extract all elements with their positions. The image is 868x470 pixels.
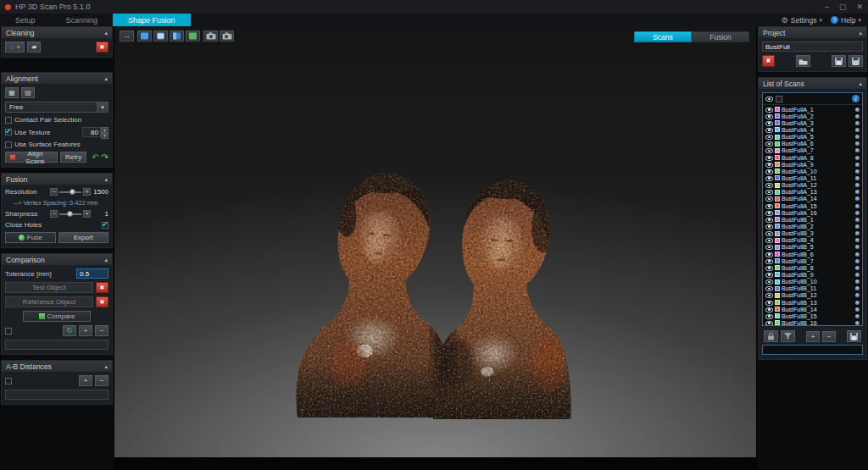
reference-object-button[interactable]: Reference Object bbox=[5, 296, 93, 307]
scan-filter-field[interactable] bbox=[762, 345, 863, 355]
visibility-eye-icon[interactable] bbox=[765, 244, 773, 250]
visibility-eye-icon[interactable] bbox=[765, 230, 773, 236]
scan-list-item[interactable]: BustFullA_6 bbox=[763, 141, 862, 147]
align-view-b-button[interactable]: ▤ bbox=[21, 87, 35, 98]
fusion-panel-header[interactable]: Fusion ▴ bbox=[2, 174, 112, 185]
snapshot-save-button[interactable] bbox=[220, 30, 234, 41]
visibility-eye-icon[interactable] bbox=[765, 134, 773, 140]
alignment-panel-header[interactable]: Alignment ▴ bbox=[2, 73, 112, 84]
scan-list-item[interactable]: BustFullB_4 bbox=[763, 237, 862, 244]
comparison-result-field[interactable] bbox=[5, 340, 108, 350]
texture-quality-stepper[interactable]: 80 ▴ ▾ bbox=[82, 127, 108, 137]
fuse-button[interactable]: Fuse bbox=[5, 232, 56, 243]
visibility-eye-icon[interactable] bbox=[765, 237, 773, 243]
project-open-button[interactable] bbox=[796, 55, 810, 67]
view-solid-button[interactable] bbox=[137, 30, 152, 41]
filter-button[interactable] bbox=[781, 330, 795, 342]
scan-list-item[interactable]: BustFullB_2 bbox=[763, 223, 862, 229]
visibility-eye-icon[interactable] bbox=[765, 300, 773, 306]
ab-distance-field[interactable] bbox=[5, 390, 108, 400]
list-of-scans-header[interactable]: List of Scans ▴ bbox=[759, 78, 866, 89]
visibility-eye-icon[interactable] bbox=[765, 265, 773, 271]
brush-tool-button[interactable]: ▰ bbox=[27, 41, 41, 53]
visibility-eye-icon[interactable] bbox=[765, 120, 773, 126]
align-view-a-button[interactable]: ▦ bbox=[5, 87, 19, 98]
align-scans-button[interactable]: Align Scans bbox=[5, 152, 58, 163]
tab-scanning[interactable]: Scanning bbox=[51, 14, 114, 26]
scan-list-item[interactable]: BustFullA_3 bbox=[763, 119, 862, 126]
visibility-eye-icon[interactable] bbox=[765, 252, 773, 257]
sharpness-slider[interactable]: − + bbox=[50, 210, 91, 218]
scan-list-item[interactable]: BustFullA_2 bbox=[763, 113, 862, 119]
scan-list-item[interactable]: BustFullB_16 bbox=[763, 319, 862, 325]
scan-list-item[interactable]: BustFullA_1 bbox=[763, 106, 862, 113]
view-texture-button[interactable] bbox=[170, 30, 184, 41]
visibility-eye-icon[interactable] bbox=[765, 147, 773, 153]
retry-button[interactable]: Retry bbox=[60, 152, 86, 163]
visibility-eye-icon[interactable] bbox=[765, 279, 773, 285]
cleaning-delete-button[interactable]: ✖ bbox=[96, 41, 108, 53]
visibility-eye-icon[interactable] bbox=[765, 162, 773, 168]
fusion-toggle-button[interactable]: Fusion bbox=[692, 31, 749, 42]
visibility-eye-icon[interactable] bbox=[765, 189, 773, 195]
project-save-button[interactable] bbox=[832, 55, 846, 67]
slider-handle[interactable] bbox=[67, 211, 73, 217]
screenshot-button[interactable] bbox=[203, 30, 218, 41]
scan-list-item[interactable]: BustFullA_8 bbox=[763, 154, 862, 161]
visibility-eye-icon[interactable] bbox=[765, 285, 773, 291]
scan-list-item[interactable]: BustFullB_7 bbox=[763, 257, 862, 264]
scan-list-item[interactable]: BustFullA_14 bbox=[763, 196, 862, 202]
close-button[interactable]: ✕ bbox=[856, 3, 863, 11]
minimize-button[interactable]: – bbox=[825, 3, 829, 11]
view-color-button[interactable] bbox=[186, 30, 200, 41]
visibility-eye-icon[interactable] bbox=[765, 182, 773, 188]
scan-list-item[interactable]: BustFullA_4 bbox=[763, 126, 862, 133]
test-object-clear-button[interactable]: ✖ bbox=[96, 282, 108, 293]
scan-list-item[interactable]: BustFullB_9 bbox=[763, 271, 862, 278]
slider-handle[interactable] bbox=[70, 189, 75, 195]
compare-button[interactable]: Compare bbox=[23, 311, 91, 322]
visibility-eye-icon[interactable] bbox=[765, 175, 773, 181]
slider-minus-icon[interactable]: − bbox=[50, 210, 58, 218]
scan-list-item[interactable]: BustFullA_5 bbox=[763, 134, 862, 141]
slider-plus-icon[interactable]: + bbox=[83, 210, 91, 218]
scan-list-item[interactable]: BustFullB_3 bbox=[763, 230, 862, 237]
comparison-checkbox[interactable] bbox=[5, 328, 12, 335]
scan-list-item[interactable]: BustFullB_8 bbox=[763, 264, 862, 271]
cleaning-panel-header[interactable]: Cleaning ▴ bbox=[2, 27, 112, 38]
scan-list-item[interactable]: BustFullA_16 bbox=[763, 209, 862, 216]
info-icon[interactable]: i bbox=[852, 95, 860, 102]
toggle-all-visibility-eye-icon[interactable] bbox=[765, 96, 773, 102]
ab-checkbox[interactable] bbox=[5, 378, 12, 384]
scan-list-item[interactable]: BustFullB_15 bbox=[763, 312, 862, 319]
visibility-eye-icon[interactable] bbox=[765, 258, 773, 264]
spin-up-icon[interactable]: ▴ bbox=[101, 127, 108, 133]
visibility-eye-icon[interactable] bbox=[765, 224, 773, 229]
redo-icon[interactable]: ↷ bbox=[102, 153, 108, 162]
test-object-button[interactable]: Test Object bbox=[5, 282, 93, 293]
visibility-eye-icon[interactable] bbox=[765, 155, 773, 161]
fit-view-button[interactable]: ↔ bbox=[120, 30, 134, 41]
comparison-add-button[interactable]: + bbox=[79, 325, 92, 336]
scanned-busts-model[interactable] bbox=[250, 92, 602, 421]
scans-toggle-button[interactable]: Scans bbox=[634, 31, 692, 42]
scan-add-button[interactable]: + bbox=[806, 331, 820, 342]
lock-button[interactable] bbox=[764, 330, 778, 342]
scan-list-item[interactable]: BustFullB_6 bbox=[763, 251, 862, 257]
resolution-slider[interactable]: − + bbox=[50, 188, 91, 196]
visibility-eye-icon[interactable] bbox=[765, 203, 773, 209]
scan-list-item[interactable]: BustFullB_11 bbox=[763, 285, 862, 292]
project-name-input[interactable] bbox=[762, 41, 863, 52]
scan-list-item[interactable]: BustFullA_13 bbox=[763, 189, 862, 196]
tab-shape-fusion[interactable]: Shape Fusion bbox=[113, 14, 191, 26]
visibility-eye-icon[interactable] bbox=[765, 307, 773, 312]
scan-export-button[interactable] bbox=[847, 330, 861, 342]
comparison-panel-header[interactable]: Comparison ▴ bbox=[2, 254, 112, 265]
scan-list-item[interactable]: BustFullB_1 bbox=[763, 216, 862, 223]
alignment-mode-dropdown[interactable]: Free ▾ bbox=[5, 102, 108, 113]
scan-list-item[interactable]: BustFullB_10 bbox=[763, 279, 862, 285]
scan-list-item[interactable]: BustFullA_11 bbox=[763, 174, 862, 181]
visibility-eye-icon[interactable] bbox=[765, 196, 773, 202]
ab-remove-button[interactable]: − bbox=[95, 375, 108, 386]
visibility-eye-icon[interactable] bbox=[765, 313, 773, 319]
